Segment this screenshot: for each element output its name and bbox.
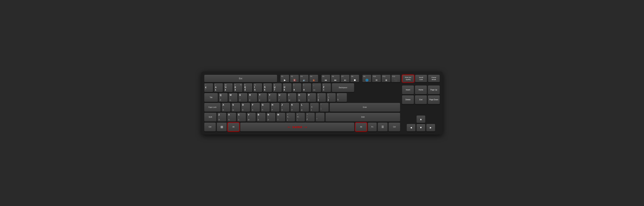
key-3[interactable]: #№ Е 3 [234,83,242,92]
key-end[interactable]: End [415,95,427,104]
key-v[interactable]: V М [247,113,256,122]
key-backspace[interactable]: Backspace [332,83,354,92]
arrow-keys: ▲ ◄ ▼ ► [402,115,440,131]
key-i[interactable]: I Ш [288,93,296,102]
key-shift-left[interactable]: Shift [204,113,216,122]
key-ctrl-left[interactable]: Ctrl [204,122,216,131]
key-0[interactable]: ) 0 [302,83,311,92]
key-quote-right[interactable]: , ' [316,113,324,122]
key-q[interactable]: Q Й [219,93,228,102]
key-arrow-down[interactable]: ▼ [416,124,425,131]
key-4[interactable]: $; Ę 4 [244,83,252,92]
key-quote[interactable]: " , ' [320,103,329,112]
key-minus[interactable]: _ — [312,83,321,92]
key-page-down[interactable]: Page Down [428,95,440,104]
key-u[interactable]: U Г [278,93,287,102]
key-x[interactable]: X Ч [227,113,236,122]
key-f9[interactable]: F9 🌐 [362,75,371,82]
key-comma[interactable]: < Б , , [286,113,295,122]
key-arrow-left[interactable]: ◄ [406,124,416,131]
key-h[interactable]: H Р [271,103,280,112]
key-period[interactable]: > Ю . . [296,113,305,122]
zxcv-row: Shift Z Я X Ч C С V М B [204,113,400,122]
key-f3[interactable]: F3 🔉 [300,75,308,82]
nav-top-row: Print ScrSysRq ScrollLock PauseBreak [402,75,440,82]
key-f1[interactable]: F1 ▶ [280,75,289,82]
key-caps-lock[interactable]: Caps Lock [204,103,221,112]
key-tab[interactable]: Tab [204,93,218,102]
key-f8[interactable]: F8 ⏹ [350,75,359,82]
asdf-row: Caps Lock A Ф S Ы D В F А [204,103,400,112]
key-page-up[interactable]: Page Up [428,85,440,94]
key-semicolon[interactable]: : Ж ; [310,103,319,112]
nav-del-end-pgdn: Delete End Page Down [402,95,440,104]
key-r[interactable]: R К [248,93,257,102]
key-1[interactable]: ! А 1 [214,83,223,92]
key-arrow-up[interactable]: ▲ [416,115,425,123]
key-pause-break[interactable]: PauseBreak [428,75,440,82]
nav-cluster: Print ScrSysRq ScrollLock PauseBreak Ins… [402,75,440,131]
key-8[interactable]: * Ū 8 [283,83,292,92]
key-f5[interactable]: F5 ⏮ [321,75,330,82]
key-shift-right[interactable]: Shift [326,113,400,122]
key-a[interactable]: A Ф [222,103,230,112]
key-k[interactable]: K Л [290,103,299,112]
key-insert[interactable]: Insert [402,85,414,94]
key-delete[interactable]: Delete [402,95,414,104]
key-ctrl-right[interactable]: Ctrl [388,122,400,131]
bottom-row: Ctrl ⊞ Alt ← same → Alt Fn [204,122,400,131]
key-fn[interactable]: Fn [368,122,377,131]
key-y[interactable]: Y Н [268,93,277,102]
key-g[interactable]: G П [261,103,270,112]
key-f4[interactable]: F4 🔕 [309,75,318,82]
keyboard-wrapper: Esc F1 ▶ F2 🔇 F3 🔉 F4 🔕 [202,72,442,135]
key-f7[interactable]: F7 ⏯ [340,75,350,82]
key-f2[interactable]: F2 🔇 [290,75,299,82]
key-9[interactable]: ( 9 [292,83,302,92]
key-t[interactable]: T Е [258,93,267,102]
key-w[interactable]: W Ц [228,93,238,102]
key-o[interactable]: O Щ [297,93,306,102]
key-d[interactable]: D В [241,103,250,112]
key-home[interactable]: Home [415,85,427,94]
key-j[interactable]: J О [280,103,290,112]
key-2[interactable]: @" Ч 2 [224,83,233,92]
key-n[interactable]: N И [266,113,276,122]
key-alt-left[interactable]: Alt [228,122,239,131]
nav-ins-home-pgup: Insert Home Page Up [402,85,440,94]
key-esc[interactable]: Esc [204,75,277,82]
key-f11[interactable]: F11 🖥 [382,75,390,82]
key-f10[interactable]: F10 ✉ [372,75,381,82]
key-print-scr[interactable]: Print ScrSysRq [402,75,414,82]
key-f6[interactable]: F6 ⏭ [331,75,340,82]
qwerty-row: Tab Q Й W Ц E У R К T [204,93,400,102]
key-scroll-lock[interactable]: ScrollLock [415,75,427,82]
arrow-lr-row: ◄ ▼ ► [406,124,435,131]
key-space[interactable]: ← same → [240,122,354,131]
key-5[interactable]: % İ 5 [253,83,262,92]
key-m[interactable]: M Т [276,113,285,122]
key-menu[interactable]: ☰ [378,122,388,131]
key-f12[interactable]: F12 ⬛ [391,75,400,82]
key-equals[interactable]: + Ž = [322,83,331,92]
key-7[interactable]: & Ų 7 [273,83,282,92]
key-arrow-right[interactable]: ► [426,124,435,131]
key-backtick[interactable]: ~ Ё ` [204,83,213,92]
key-bracket-right[interactable]: } Ъ ] [327,93,336,102]
key-l[interactable]: L Д [300,103,309,112]
key-enter[interactable]: Enter [330,103,400,112]
key-alt-right[interactable]: Alt [355,122,367,131]
key-p[interactable]: P З [307,93,316,102]
main-keyboard: Esc F1 ▶ F2 🔇 F3 🔉 F4 🔕 [204,75,400,131]
key-6[interactable]: ^ Š 6 [263,83,272,92]
key-e[interactable]: E У [238,93,248,102]
key-z[interactable]: Z Я [218,113,226,122]
key-slash[interactable]: ? / . / [306,113,315,122]
key-bracket-left[interactable]: { Х [ [317,93,326,102]
key-b[interactable]: B В [257,113,266,122]
key-f[interactable]: F А [251,103,260,112]
key-win[interactable]: ⊞ [217,122,227,131]
key-backslash[interactable]: | \ [337,93,347,102]
key-s[interactable]: S Ы [232,103,240,112]
key-c[interactable]: C С [237,113,246,122]
